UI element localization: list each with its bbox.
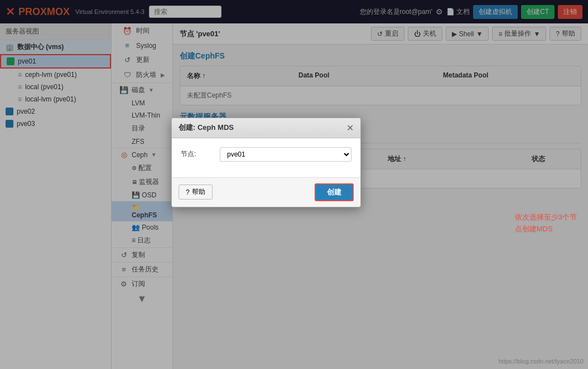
node-form-row: 节点: pve01 pve02 pve03 (181, 147, 351, 162)
help-dialog-button[interactable]: ? 帮助 (179, 184, 213, 200)
dialog-footer: ? 帮助 创建 (172, 177, 360, 207)
dialog-title: 创建: Ceph MDS (179, 123, 234, 133)
dialog-header: 创建: Ceph MDS ✕ (172, 118, 360, 138)
annotation-text: 依次选择至少3个节 点创建MDS (515, 212, 577, 235)
close-icon[interactable]: ✕ (346, 123, 354, 133)
create-mds-button[interactable]: 创建 (315, 183, 354, 201)
annotation-line2: 点创建MDS (515, 224, 577, 235)
node-select[interactable]: pve01 pve02 pve03 (220, 147, 351, 162)
help-dialog-icon: ? (186, 188, 190, 196)
create-mds-dialog: 创建: Ceph MDS ✕ 节点: pve01 pve02 pve03 ? 帮… (171, 118, 361, 207)
dialog-overlay: 创建: Ceph MDS ✕ 节点: pve01 pve02 pve03 ? 帮… (0, 0, 588, 369)
node-form-label: 节点: (181, 149, 220, 159)
dialog-body: 节点: pve01 pve02 pve03 (172, 138, 360, 177)
annotation-line1: 依次选择至少3个节 (515, 212, 577, 224)
